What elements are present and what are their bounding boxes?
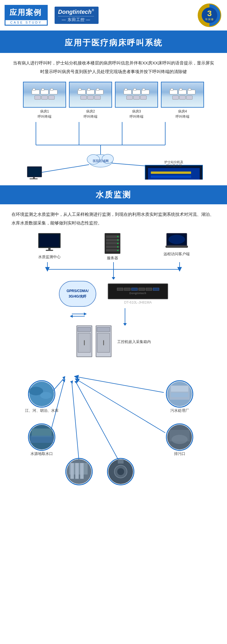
srv-led-3 [117, 243, 118, 244]
room-beds-3 [124, 90, 149, 94]
svg-text:排污口: 排污口 [174, 451, 185, 456]
wm-conn-mid [16, 308, 211, 325]
company-logo: Dongtintech® — 东田工控 — [55, 7, 99, 24]
srv-led-1 [117, 236, 118, 237]
logo-brand-text: Dongtintech® [58, 9, 94, 15]
cabinet-handle-1 [84, 340, 85, 345]
room-beds-4 [170, 90, 195, 94]
srv-unit-2 [106, 239, 120, 241]
equip-4 [80, 96, 87, 100]
water-monitoring-diagram: 水质监测中心 服务器 [0, 230, 227, 492]
remote-icon [166, 233, 188, 250]
svg-marker-43 [62, 376, 65, 380]
monitor-icon [37, 233, 62, 253]
srv-unit-1 [106, 235, 120, 238]
remote-base [166, 246, 188, 248]
cabinet-door-1 [78, 333, 91, 353]
hospital-network-diagram: 医院区域网 后台总机及 服务器 [0, 122, 227, 180]
bed-10 [170, 90, 178, 94]
svg-marker-47 [70, 380, 73, 384]
monitor-screen-inner [40, 235, 59, 247]
header: 应用案例 CASE STUDY Dongtintech® — 东田工控 — 3 … [0, 0, 227, 31]
bed-9 [141, 90, 149, 94]
svg-point-73 [117, 468, 124, 475]
svg-rect-66 [70, 463, 74, 479]
srv-led-5 [117, 250, 118, 251]
equip-11 [179, 96, 186, 100]
cabinet-top-2 [97, 327, 110, 332]
section2-title: 水质监测 [4, 189, 223, 200]
svg-rect-80 [171, 393, 188, 397]
gprs-text: GPRS/CDMA/3G/4G/光纤 [67, 288, 89, 299]
equip-12 [186, 96, 193, 100]
svg-rect-13 [28, 167, 41, 176]
dt-card-blue-1 [131, 288, 138, 291]
gprs-cloud: GPRS/CDMA/3G/4G/光纤 [59, 281, 96, 307]
svg-line-46 [72, 382, 79, 462]
remote-screen-inner [168, 235, 185, 244]
room-frame-1 [23, 82, 66, 108]
dt-card-2 [124, 288, 130, 291]
room-frame-3 [115, 82, 158, 108]
warranty-inner: 3 年保修 [205, 9, 214, 21]
svg-text:呼叫显示屏: 呼叫显示屏 [166, 164, 182, 167]
svg-marker-39 [70, 315, 73, 318]
cabinet-left [76, 325, 92, 357]
svg-rect-22 [151, 176, 191, 178]
srv-unit-4 [106, 245, 120, 248]
dt-model-text: DT-610L-JH81MA [124, 300, 152, 304]
wm-top-row: 水质监测中心 服务器 [16, 233, 211, 261]
cabinet-top-1 [78, 327, 91, 332]
svg-text:水源地取水口: 水源地取水口 [30, 451, 53, 456]
page-wrapper: 应用案例 CASE STUDY Dongtintech® — 东田工控 — 3 … [0, 0, 227, 644]
svg-marker-34 [112, 277, 115, 279]
svg-rect-79 [171, 386, 188, 392]
dt-stripe-1 [117, 288, 159, 291]
bed-8 [132, 90, 141, 94]
svg-text:污水处理厂: 污水处理厂 [170, 408, 189, 413]
room-card-3: 病房3呼叫终端 [115, 82, 158, 119]
svg-text:护士站分机及: 护士站分机及 [164, 160, 183, 164]
srv-led-2 [117, 239, 118, 241]
svg-text:江、河、胡泊、水库: 江、河、胡泊、水库 [25, 408, 59, 413]
wm-bottom-diagram: 江、河、胡泊、水库 水源地取水口 自来水厂 加压泵站 [16, 359, 211, 486]
wm-label-server: 服务器 [107, 256, 118, 261]
svg-rect-67 [75, 463, 79, 479]
dt-card-3 [138, 288, 145, 291]
room-frame-2 [69, 82, 112, 108]
equip-strip-4 [172, 96, 193, 100]
svg-rect-21 [151, 172, 191, 174]
bed-6 [95, 90, 103, 94]
svg-rect-68 [80, 463, 84, 479]
svg-rect-14 [33, 177, 35, 178]
cabinet-right [96, 325, 111, 357]
equip-7 [126, 96, 133, 100]
equip-8 [133, 96, 140, 100]
bed-12 [187, 90, 195, 94]
logo-subtitle: — 东田工控 — [58, 16, 94, 22]
equip-10 [172, 96, 179, 100]
svg-rect-74 [118, 459, 124, 464]
server-rack [105, 233, 120, 254]
dt-card-blue-2 [153, 288, 159, 291]
blue-divider-top [0, 31, 227, 33]
svg-marker-37 [84, 313, 87, 315]
badge-english: CASE STUDY [5, 20, 48, 26]
equip-1 [34, 96, 41, 100]
dt-chassis: Dongtintech [108, 283, 168, 299]
monitor-stand [46, 250, 53, 251]
header-left: 应用案例 CASE STUDY Dongtintech® — 东田工控 — [5, 5, 99, 26]
monitor-screen [38, 233, 61, 248]
equip-6 [94, 96, 101, 100]
wm-mid-row: GPRS/CDMA/3G/4G/光纤 Dongtintech DT-610L-J… [16, 281, 211, 307]
dt-card-1 [117, 288, 123, 291]
wm-conn-top [16, 262, 211, 279]
room-card-2: 病房2呼叫终端 [69, 82, 112, 119]
room-card-1: 病房1呼叫终端 [23, 82, 66, 119]
room-frame-4 [161, 82, 204, 108]
dt-brand-text: Dongtintech [129, 292, 146, 295]
svg-rect-15 [30, 178, 38, 179]
badge-chinese: 应用案例 [5, 5, 48, 20]
bed-1 [32, 90, 40, 94]
bed-3 [49, 90, 57, 94]
